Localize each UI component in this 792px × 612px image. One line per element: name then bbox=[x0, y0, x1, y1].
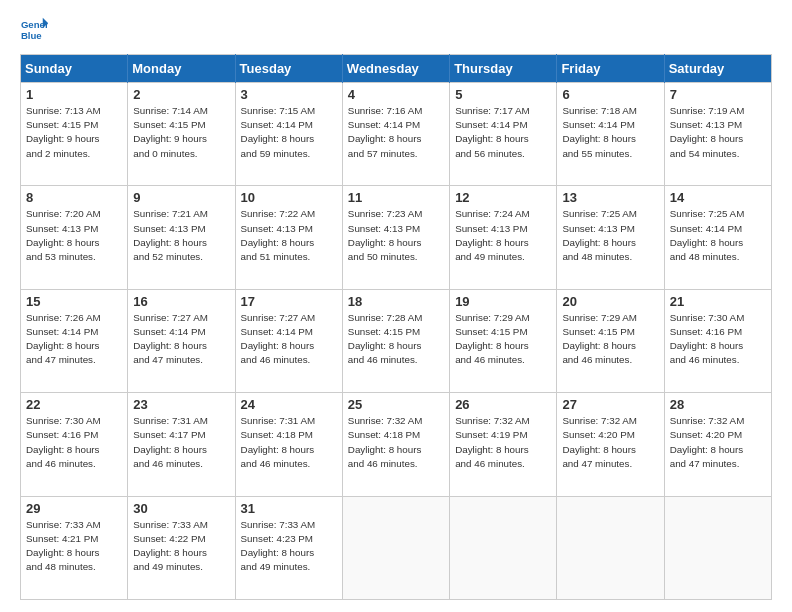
day-cell: 2Sunrise: 7:14 AM Sunset: 4:15 PM Daylig… bbox=[128, 83, 235, 186]
day-header-tuesday: Tuesday bbox=[235, 55, 342, 83]
day-info: Sunrise: 7:25 AM Sunset: 4:13 PM Dayligh… bbox=[562, 207, 658, 264]
day-cell: 19Sunrise: 7:29 AM Sunset: 4:15 PM Dayli… bbox=[450, 289, 557, 392]
day-info: Sunrise: 7:30 AM Sunset: 4:16 PM Dayligh… bbox=[670, 311, 766, 368]
day-cell: 9Sunrise: 7:21 AM Sunset: 4:13 PM Daylig… bbox=[128, 186, 235, 289]
day-number: 30 bbox=[133, 501, 229, 516]
day-cell bbox=[557, 496, 664, 599]
day-number: 20 bbox=[562, 294, 658, 309]
calendar-table: SundayMondayTuesdayWednesdayThursdayFrid… bbox=[20, 54, 772, 600]
day-info: Sunrise: 7:27 AM Sunset: 4:14 PM Dayligh… bbox=[241, 311, 337, 368]
day-number: 8 bbox=[26, 190, 122, 205]
day-cell: 15Sunrise: 7:26 AM Sunset: 4:14 PM Dayli… bbox=[21, 289, 128, 392]
days-header-row: SundayMondayTuesdayWednesdayThursdayFrid… bbox=[21, 55, 772, 83]
day-cell: 24Sunrise: 7:31 AM Sunset: 4:18 PM Dayli… bbox=[235, 393, 342, 496]
day-info: Sunrise: 7:14 AM Sunset: 4:15 PM Dayligh… bbox=[133, 104, 229, 161]
day-cell: 3Sunrise: 7:15 AM Sunset: 4:14 PM Daylig… bbox=[235, 83, 342, 186]
week-row-5: 29Sunrise: 7:33 AM Sunset: 4:21 PM Dayli… bbox=[21, 496, 772, 599]
day-number: 9 bbox=[133, 190, 229, 205]
day-number: 29 bbox=[26, 501, 122, 516]
day-number: 27 bbox=[562, 397, 658, 412]
day-cell: 12Sunrise: 7:24 AM Sunset: 4:13 PM Dayli… bbox=[450, 186, 557, 289]
day-number: 17 bbox=[241, 294, 337, 309]
day-info: Sunrise: 7:32 AM Sunset: 4:18 PM Dayligh… bbox=[348, 414, 444, 471]
day-info: Sunrise: 7:33 AM Sunset: 4:21 PM Dayligh… bbox=[26, 518, 122, 575]
day-info: Sunrise: 7:23 AM Sunset: 4:13 PM Dayligh… bbox=[348, 207, 444, 264]
day-number: 3 bbox=[241, 87, 337, 102]
day-header-monday: Monday bbox=[128, 55, 235, 83]
day-header-saturday: Saturday bbox=[664, 55, 771, 83]
day-info: Sunrise: 7:18 AM Sunset: 4:14 PM Dayligh… bbox=[562, 104, 658, 161]
day-number: 23 bbox=[133, 397, 229, 412]
day-cell: 21Sunrise: 7:30 AM Sunset: 4:16 PM Dayli… bbox=[664, 289, 771, 392]
day-number: 10 bbox=[241, 190, 337, 205]
day-cell: 13Sunrise: 7:25 AM Sunset: 4:13 PM Dayli… bbox=[557, 186, 664, 289]
day-cell: 5Sunrise: 7:17 AM Sunset: 4:14 PM Daylig… bbox=[450, 83, 557, 186]
week-row-1: 1Sunrise: 7:13 AM Sunset: 4:15 PM Daylig… bbox=[21, 83, 772, 186]
day-info: Sunrise: 7:29 AM Sunset: 4:15 PM Dayligh… bbox=[562, 311, 658, 368]
day-info: Sunrise: 7:30 AM Sunset: 4:16 PM Dayligh… bbox=[26, 414, 122, 471]
day-cell: 4Sunrise: 7:16 AM Sunset: 4:14 PM Daylig… bbox=[342, 83, 449, 186]
day-cell bbox=[342, 496, 449, 599]
day-cell: 10Sunrise: 7:22 AM Sunset: 4:13 PM Dayli… bbox=[235, 186, 342, 289]
day-info: Sunrise: 7:20 AM Sunset: 4:13 PM Dayligh… bbox=[26, 207, 122, 264]
day-cell bbox=[664, 496, 771, 599]
day-cell: 7Sunrise: 7:19 AM Sunset: 4:13 PM Daylig… bbox=[664, 83, 771, 186]
day-info: Sunrise: 7:33 AM Sunset: 4:23 PM Dayligh… bbox=[241, 518, 337, 575]
day-info: Sunrise: 7:15 AM Sunset: 4:14 PM Dayligh… bbox=[241, 104, 337, 161]
day-info: Sunrise: 7:25 AM Sunset: 4:14 PM Dayligh… bbox=[670, 207, 766, 264]
day-cell: 17Sunrise: 7:27 AM Sunset: 4:14 PM Dayli… bbox=[235, 289, 342, 392]
day-cell: 14Sunrise: 7:25 AM Sunset: 4:14 PM Dayli… bbox=[664, 186, 771, 289]
day-cell: 1Sunrise: 7:13 AM Sunset: 4:15 PM Daylig… bbox=[21, 83, 128, 186]
day-cell: 16Sunrise: 7:27 AM Sunset: 4:14 PM Dayli… bbox=[128, 289, 235, 392]
day-info: Sunrise: 7:22 AM Sunset: 4:13 PM Dayligh… bbox=[241, 207, 337, 264]
day-number: 21 bbox=[670, 294, 766, 309]
calendar-body: 1Sunrise: 7:13 AM Sunset: 4:15 PM Daylig… bbox=[21, 83, 772, 600]
day-info: Sunrise: 7:27 AM Sunset: 4:14 PM Dayligh… bbox=[133, 311, 229, 368]
day-info: Sunrise: 7:19 AM Sunset: 4:13 PM Dayligh… bbox=[670, 104, 766, 161]
header: General Blue bbox=[20, 16, 772, 44]
day-cell: 29Sunrise: 7:33 AM Sunset: 4:21 PM Dayli… bbox=[21, 496, 128, 599]
day-info: Sunrise: 7:31 AM Sunset: 4:17 PM Dayligh… bbox=[133, 414, 229, 471]
page: General Blue SundayMondayTuesdayWednesda… bbox=[0, 0, 792, 612]
day-cell: 31Sunrise: 7:33 AM Sunset: 4:23 PM Dayli… bbox=[235, 496, 342, 599]
day-cell: 11Sunrise: 7:23 AM Sunset: 4:13 PM Dayli… bbox=[342, 186, 449, 289]
day-number: 4 bbox=[348, 87, 444, 102]
day-cell: 30Sunrise: 7:33 AM Sunset: 4:22 PM Dayli… bbox=[128, 496, 235, 599]
day-number: 19 bbox=[455, 294, 551, 309]
day-number: 12 bbox=[455, 190, 551, 205]
logo: General Blue bbox=[20, 16, 52, 44]
day-info: Sunrise: 7:21 AM Sunset: 4:13 PM Dayligh… bbox=[133, 207, 229, 264]
day-cell: 23Sunrise: 7:31 AM Sunset: 4:17 PM Dayli… bbox=[128, 393, 235, 496]
day-number: 28 bbox=[670, 397, 766, 412]
week-row-2: 8Sunrise: 7:20 AM Sunset: 4:13 PM Daylig… bbox=[21, 186, 772, 289]
day-info: Sunrise: 7:32 AM Sunset: 4:19 PM Dayligh… bbox=[455, 414, 551, 471]
day-info: Sunrise: 7:31 AM Sunset: 4:18 PM Dayligh… bbox=[241, 414, 337, 471]
day-header-sunday: Sunday bbox=[21, 55, 128, 83]
day-number: 14 bbox=[670, 190, 766, 205]
logo-icon: General Blue bbox=[20, 16, 48, 44]
day-number: 13 bbox=[562, 190, 658, 205]
week-row-3: 15Sunrise: 7:26 AM Sunset: 4:14 PM Dayli… bbox=[21, 289, 772, 392]
day-number: 31 bbox=[241, 501, 337, 516]
day-cell bbox=[450, 496, 557, 599]
day-number: 7 bbox=[670, 87, 766, 102]
day-info: Sunrise: 7:17 AM Sunset: 4:14 PM Dayligh… bbox=[455, 104, 551, 161]
day-info: Sunrise: 7:33 AM Sunset: 4:22 PM Dayligh… bbox=[133, 518, 229, 575]
day-number: 5 bbox=[455, 87, 551, 102]
day-info: Sunrise: 7:13 AM Sunset: 4:15 PM Dayligh… bbox=[26, 104, 122, 161]
day-header-thursday: Thursday bbox=[450, 55, 557, 83]
day-number: 1 bbox=[26, 87, 122, 102]
day-number: 22 bbox=[26, 397, 122, 412]
day-cell: 18Sunrise: 7:28 AM Sunset: 4:15 PM Dayli… bbox=[342, 289, 449, 392]
day-number: 11 bbox=[348, 190, 444, 205]
day-cell: 26Sunrise: 7:32 AM Sunset: 4:19 PM Dayli… bbox=[450, 393, 557, 496]
day-info: Sunrise: 7:29 AM Sunset: 4:15 PM Dayligh… bbox=[455, 311, 551, 368]
day-number: 26 bbox=[455, 397, 551, 412]
day-cell: 8Sunrise: 7:20 AM Sunset: 4:13 PM Daylig… bbox=[21, 186, 128, 289]
day-header-wednesday: Wednesday bbox=[342, 55, 449, 83]
day-number: 24 bbox=[241, 397, 337, 412]
day-header-friday: Friday bbox=[557, 55, 664, 83]
day-info: Sunrise: 7:26 AM Sunset: 4:14 PM Dayligh… bbox=[26, 311, 122, 368]
day-cell: 22Sunrise: 7:30 AM Sunset: 4:16 PM Dayli… bbox=[21, 393, 128, 496]
day-number: 18 bbox=[348, 294, 444, 309]
